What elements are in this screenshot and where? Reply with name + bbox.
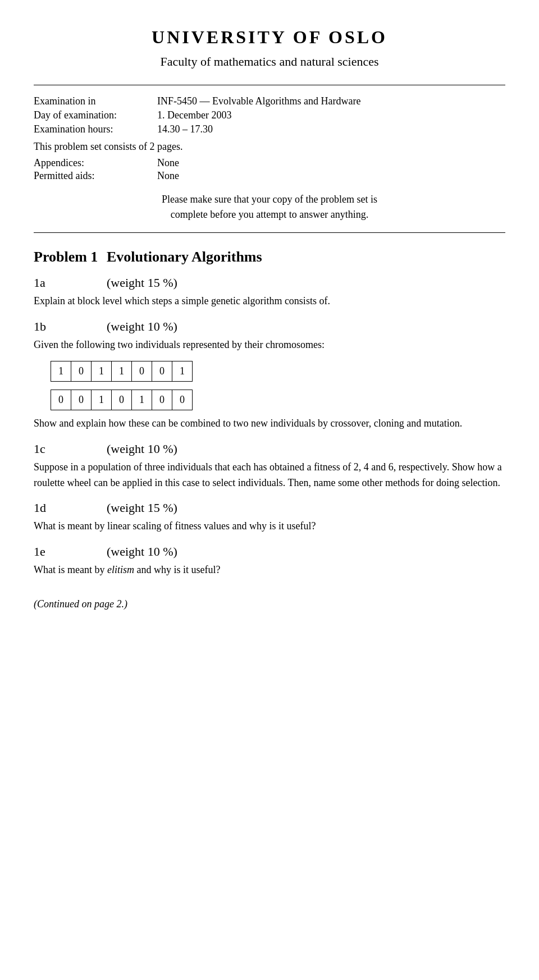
continued-footer: (Continued on page 2.) — [34, 598, 505, 610]
hours-label: Examination hours: — [34, 123, 157, 135]
examination-in-label: Examination in — [34, 95, 157, 107]
sub5-text-before: What is meant by — [34, 564, 107, 575]
problem1-title: Evolutionary Algorithms — [107, 249, 262, 265]
problem1-heading: Problem 1 Evolutionary Algorithms — [34, 249, 505, 265]
sub5-text: What is meant by elitism and why is it u… — [34, 562, 505, 578]
chromosome-cell: 0 — [51, 390, 71, 410]
sub5-text-after: and why is it useful? — [134, 564, 220, 575]
sub3-label: 1c — [34, 442, 107, 456]
chromosome-cell: 0 — [71, 390, 92, 410]
appendices-row: Appendices: None — [34, 157, 505, 169]
hours-row: Examination hours: 14.30 – 17.30 — [34, 123, 505, 135]
chromosome-cell: 0 — [112, 390, 132, 410]
sub3-text: Suppose in a population of three individ… — [34, 460, 505, 491]
chromosome-cell: 1 — [112, 361, 132, 381]
sub2-heading: 1b (weight 10 %) — [34, 319, 505, 334]
problem-set-text: This problem set consists of 2 pages. — [34, 141, 505, 153]
sub4-heading: 1d (weight 15 %) — [34, 501, 505, 515]
hours-value: 14.30 – 17.30 — [157, 123, 213, 135]
sub5-text-italic: elitism — [107, 564, 134, 575]
sub2-text2: Show and explain how these can be combin… — [34, 416, 505, 432]
university-title: UNIVERSITY OF OSLO — [34, 27, 505, 48]
top-divider — [34, 85, 505, 85]
appendices-value: None — [157, 157, 179, 169]
examination-in-value: INF-5450 — Evolvable Algorithms and Hard… — [157, 95, 360, 107]
sub1-text: Explain at block level which steps a sim… — [34, 294, 505, 309]
sub1-label: 1a — [34, 276, 107, 290]
please-note-line2: complete before you attempt to answer an… — [171, 209, 368, 220]
faculty-subtitle: Faculty of mathematics and natural scien… — [34, 54, 505, 69]
sub3-weight: (weight 10 %) — [107, 442, 177, 456]
chromosome-cell: 1 — [132, 390, 152, 410]
chromosome1-table: 1011001 — [51, 361, 193, 382]
chromosome1-row: 1011001 — [34, 361, 505, 382]
permitted-aids-row: Permitted aids: None — [34, 170, 505, 182]
appendices-label: Appendices: — [34, 157, 157, 169]
chromosome-cell: 0 — [172, 390, 193, 410]
sub4-weight: (weight 15 %) — [107, 501, 177, 515]
chromosome2-table: 0010100 — [51, 390, 193, 410]
day-row: Day of examination: 1. December 2003 — [34, 109, 505, 121]
day-label: Day of examination: — [34, 109, 157, 121]
aids-block: Appendices: None Permitted aids: None — [34, 157, 505, 182]
sub4-label: 1d — [34, 501, 107, 515]
chromosome-cell: 0 — [132, 361, 152, 381]
chromosome-cell: 1 — [172, 361, 193, 381]
sub1-weight: (weight 15 %) — [107, 276, 177, 290]
sub3-heading: 1c (weight 10 %) — [34, 442, 505, 456]
day-value: 1. December 2003 — [157, 109, 231, 121]
sub1-heading: 1a (weight 15 %) — [34, 276, 505, 290]
please-note: Please make sure that your copy of the p… — [34, 192, 505, 222]
chromosome-cell: 1 — [92, 390, 112, 410]
sub5-label: 1e — [34, 544, 107, 559]
exam-info-table: Examination in INF-5450 — Evolvable Algo… — [34, 95, 505, 135]
problem1-label: Problem 1 — [34, 249, 107, 265]
chromosome2-row: 0010100 — [34, 390, 505, 410]
chromosome-cell: 1 — [92, 361, 112, 381]
sub5-heading: 1e (weight 10 %) — [34, 544, 505, 559]
chromosome-cell: 0 — [152, 390, 172, 410]
permitted-aids-label: Permitted aids: — [34, 170, 157, 182]
examination-in-row: Examination in INF-5450 — Evolvable Algo… — [34, 95, 505, 107]
chromosome-cell: 0 — [71, 361, 92, 381]
sub2-text: Given the following two individuals repr… — [34, 337, 505, 353]
sub2-label: 1b — [34, 319, 107, 334]
middle-divider — [34, 232, 505, 233]
sub5-weight: (weight 10 %) — [107, 544, 177, 559]
please-note-line1: Please make sure that your copy of the p… — [162, 194, 377, 205]
chromosome-cell: 1 — [51, 361, 71, 381]
sub4-text: What is meant by linear scaling of fitne… — [34, 519, 505, 534]
sub2-weight: (weight 10 %) — [107, 319, 177, 334]
permitted-aids-value: None — [157, 170, 179, 182]
chromosome-cell: 0 — [152, 361, 172, 381]
